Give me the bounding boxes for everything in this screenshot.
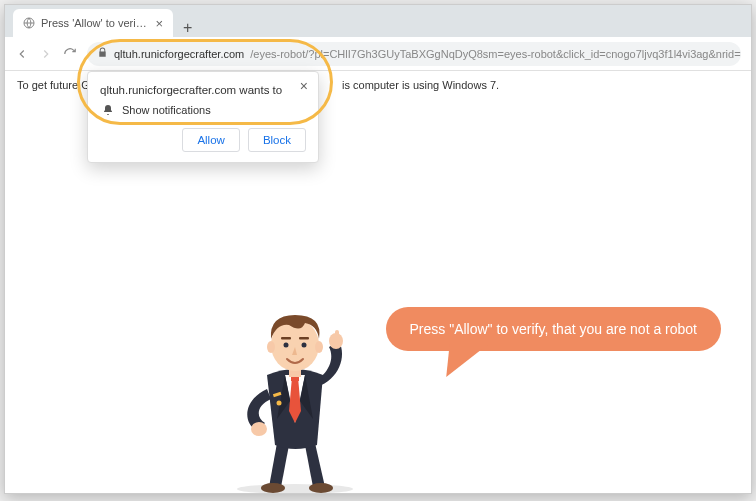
- permission-row-notifications: Show notifications: [100, 104, 306, 116]
- svg-point-17: [302, 343, 307, 348]
- svg-point-13: [315, 341, 323, 353]
- svg-point-2: [251, 422, 267, 436]
- block-button[interactable]: Block: [248, 128, 306, 152]
- reload-button[interactable]: [63, 47, 77, 61]
- tab-bar: Press 'Allow' to verify, that yo a × +: [5, 5, 751, 37]
- url-field[interactable]: qltuh.runicforgecrafter.com/eyes-robot/?…: [87, 42, 741, 66]
- page-content: To get future Go is computer is using Wi…: [5, 71, 751, 493]
- lock-icon: [97, 47, 108, 60]
- businessman-illustration: [205, 293, 385, 493]
- speech-bubble: Press "Allow" to verify, that you are no…: [386, 307, 721, 351]
- address-bar: qltuh.runicforgecrafter.com/eyes-robot/?…: [5, 37, 751, 71]
- new-tab-button[interactable]: +: [173, 19, 202, 37]
- permission-label: Show notifications: [122, 104, 211, 116]
- text-left: To get future Go: [17, 79, 96, 91]
- svg-point-5: [261, 483, 285, 493]
- url-path: /eyes-robot/?pl=CHlI7Gh3GUyTaBXGgNqDyQ8s…: [250, 48, 741, 60]
- allow-button[interactable]: Allow: [182, 128, 239, 152]
- url-domain: qltuh.runicforgecrafter.com: [114, 48, 244, 60]
- close-icon[interactable]: ×: [300, 78, 308, 94]
- back-button[interactable]: [15, 47, 29, 61]
- svg-rect-4: [335, 330, 339, 342]
- browser-window: Press 'Allow' to verify, that yo a × + q…: [4, 4, 752, 494]
- speech-tail: [446, 343, 490, 377]
- permission-site: qltuh.runicforgecrafter.com: [100, 84, 236, 96]
- browser-tab[interactable]: Press 'Allow' to verify, that yo a ×: [13, 9, 173, 37]
- speech-bubble-text: Press "Allow" to verify, that you are no…: [386, 307, 721, 351]
- text-right: is computer is using Windows 7.: [342, 79, 499, 91]
- svg-point-9: [277, 401, 282, 406]
- svg-point-1: [237, 484, 353, 493]
- close-tab-icon[interactable]: ×: [155, 16, 163, 31]
- globe-icon: [23, 17, 35, 29]
- bell-icon: [102, 104, 114, 116]
- permission-heading: qltuh.runicforgecrafter.com wants to: [100, 84, 306, 96]
- svg-point-6: [309, 483, 333, 493]
- notification-permission-popup: × qltuh.runicforgecrafter.com wants to S…: [87, 71, 319, 163]
- svg-point-16: [284, 343, 289, 348]
- svg-point-12: [267, 341, 275, 353]
- svg-rect-15: [299, 337, 309, 340]
- permission-buttons: Allow Block: [100, 128, 306, 152]
- svg-rect-14: [281, 337, 291, 340]
- permission-suffix: wants to: [239, 84, 282, 96]
- forward-button[interactable]: [39, 47, 53, 61]
- tab-title: Press 'Allow' to verify, that yo a: [41, 17, 149, 29]
